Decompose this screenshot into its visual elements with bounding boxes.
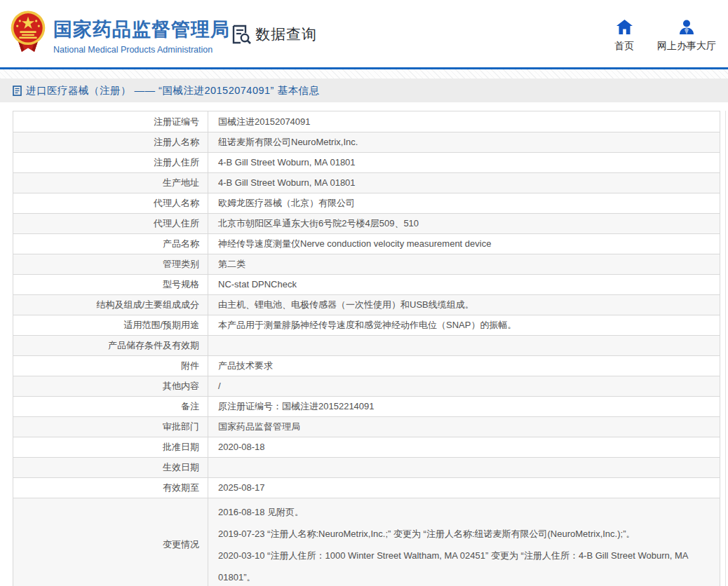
row-value: 欧姆龙医疗器械（北京）有限公司	[208, 193, 720, 213]
row-label: 结构及组成/主要组成成分	[13, 295, 208, 315]
document-search-icon	[231, 24, 252, 45]
table-row: 其他内容/	[13, 376, 720, 396]
table-row: 适用范围/预期用途本产品用于测量腓肠神经传导速度和感觉神经动作电位（SNAP）的…	[13, 315, 720, 335]
row-label: 附件	[13, 356, 208, 376]
row-label: 产品名称	[13, 234, 208, 254]
row-value: 第二类	[208, 254, 720, 274]
org-name-cn: 国家药品监督管理局	[53, 17, 230, 42]
table-row-changes: 变更情况 2016-08-18 见附页。 2019-07-23 “注册人名称:N…	[13, 498, 720, 586]
row-value: 由主机、锂电池、电极传感器（一次性使用）和USB线缆组成。	[208, 295, 720, 315]
data-query-tab[interactable]: 数据查询	[231, 24, 317, 45]
table-row: 有效期至2025-08-17	[13, 477, 720, 498]
row-label: 其他内容	[13, 376, 208, 396]
striped-divider	[0, 69, 728, 79]
row-label: 变更情况	[13, 498, 208, 586]
row-value: 纽诺麦斯有限公司NeuroMetrix,Inc.	[208, 132, 720, 152]
nav-home-label: 首页	[603, 40, 645, 53]
row-label: 审批部门	[13, 417, 208, 437]
change-line: 2020-03-10 “注册人住所：1000 Winter Street Wal…	[218, 545, 708, 586]
row-value: 神经传导速度测量仪Nerve conduction velocity measu…	[208, 234, 720, 254]
row-value	[208, 336, 720, 355]
change-line: 2019-07-23 “注册人名称:NeuroMetrix,Inc.;” 变更为…	[218, 523, 708, 545]
row-label: 代理人住所	[13, 214, 208, 233]
table-row: 代理人住所北京市朝阳区阜通东大街6号院2号楼4层509、510	[13, 213, 720, 233]
row-value: 2025-08-17	[208, 478, 720, 498]
row-value: 国家药品监督管理局	[208, 417, 720, 437]
row-label: 生效日期	[13, 458, 208, 477]
nav-home[interactable]: 首页	[603, 20, 645, 53]
breadcrumb-text: 进口医疗器械（注册） —— “国械注进20152074091” 基本信息	[26, 84, 319, 97]
row-label: 批准日期	[13, 437, 208, 457]
nav-service-hall-label: 网上办事大厅	[650, 40, 723, 53]
row-label: 管理类别	[13, 254, 208, 274]
row-label: 适用范围/预期用途	[13, 315, 208, 335]
row-value: 4-B Gill Street Woburn, MA 01801	[208, 173, 720, 193]
home-icon	[616, 20, 633, 34]
breadcrumb: 进口医疗器械（注册） —— “国械注进20152074091” 基本信息	[0, 79, 728, 102]
row-value: 国械注进20152074091	[208, 111, 720, 132]
table-row: 生效日期	[13, 457, 720, 477]
row-value: 产品技术要求	[208, 356, 720, 376]
table-row: 代理人名称欧姆龙医疗器械（北京）有限公司	[13, 193, 720, 213]
table-row: 产品储存条件及有效期	[13, 335, 720, 355]
change-line: 2016-08-18 见附页。	[218, 501, 708, 523]
row-label: 型号规格	[13, 275, 208, 294]
row-label: 生产地址	[13, 173, 208, 193]
org-name-en: National Medical Products Administration	[53, 45, 230, 55]
row-value: NC-stat DPNCheck	[208, 275, 720, 294]
row-value: 北京市朝阳区阜通东大街6号院2号楼4层509、510	[208, 214, 720, 233]
site-logo[interactable]: 国家药品监督管理局 National Medical Products Admi…	[9, 10, 230, 56]
data-query-label: 数据查询	[255, 25, 317, 44]
row-value: 原注册证编号：国械注进20152214091	[208, 397, 720, 416]
row-value: 本产品用于测量腓肠神经传导速度和感觉神经动作电位（SNAP）的振幅。	[208, 315, 720, 335]
table-row: 批准日期2020-08-18	[13, 437, 720, 457]
national-emblem-icon	[9, 10, 47, 56]
row-label: 注册人住所	[13, 153, 208, 172]
table-row: 型号规格NC-stat DPNCheck	[13, 274, 720, 294]
registration-detail-panel: 注册证编号国械注进20152074091 注册人名称纽诺麦斯有限公司NeuroM…	[13, 111, 720, 586]
row-label: 代理人名称	[13, 193, 208, 213]
table-row: 生产地址4-B Gill Street Woburn, MA 01801	[13, 172, 720, 193]
row-label: 产品储存条件及有效期	[13, 336, 208, 355]
row-label: 有效期至	[13, 478, 208, 498]
table-row: 管理类别第二类	[13, 254, 720, 274]
table-row: 产品名称神经传导速度测量仪Nerve conduction velocity m…	[13, 233, 720, 254]
row-value-changes: 2016-08-18 见附页。 2019-07-23 “注册人名称:NeuroM…	[208, 498, 720, 586]
page-icon	[13, 86, 22, 96]
row-label: 注册证编号	[13, 111, 208, 132]
user-icon	[679, 20, 694, 34]
row-value	[208, 458, 720, 477]
table-row: 注册人名称纽诺麦斯有限公司NeuroMetrix,Inc.	[13, 132, 720, 152]
org-title-block: 国家药品监督管理局 National Medical Products Admi…	[53, 17, 230, 55]
row-label: 注册人名称	[13, 132, 208, 152]
table-row: 审批部门国家药品监督管理局	[13, 416, 720, 437]
table-row: 结构及组成/主要组成成分由主机、锂电池、电极传感器（一次性使用）和USB线缆组成…	[13, 294, 720, 315]
table-row: 注册人住所4-B Gill Street Woburn, MA 01801	[13, 152, 720, 172]
registration-detail-table: 注册证编号国械注进20152074091 注册人名称纽诺麦斯有限公司NeuroM…	[13, 111, 720, 586]
table-row: 附件产品技术要求	[13, 355, 720, 376]
nav-service-hall[interactable]: 网上办事大厅	[650, 20, 723, 53]
row-label: 备注	[13, 397, 208, 416]
table-row: 备注原注册证编号：国械注进20152214091	[13, 396, 720, 416]
table-row: 注册证编号国械注进20152074091	[13, 111, 720, 132]
row-value: /	[208, 376, 720, 396]
site-header: 国家药品监督管理局 National Medical Products Admi…	[0, 0, 728, 67]
row-value: 2020-08-18	[208, 437, 720, 457]
row-value: 4-B Gill Street Woburn, MA 01801	[208, 153, 720, 172]
